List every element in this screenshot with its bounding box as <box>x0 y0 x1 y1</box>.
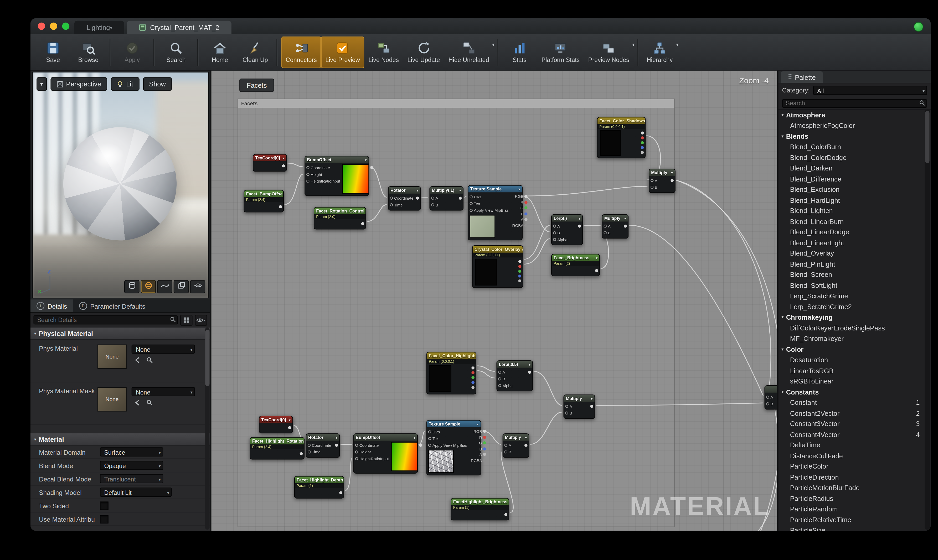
tab-parameter-defaults[interactable]: P Parameter Defaults <box>73 300 151 312</box>
output-pin[interactable] <box>471 376 474 379</box>
blend-mode-combo[interactable]: Opaque▾ <box>100 461 163 470</box>
palette-item-blend-linearburn[interactable]: Blend_LinearBurn <box>778 216 924 227</box>
output-pin[interactable] <box>641 131 644 134</box>
lit-button[interactable]: Lit <box>111 77 139 91</box>
palette-item-distancecullfade[interactable]: DistanceCullFade <box>778 451 924 461</box>
palette-item-desaturation[interactable]: Desaturation <box>778 355 924 365</box>
input-pin[interactable] <box>307 166 310 169</box>
input-pin[interactable] <box>470 202 473 205</box>
palette-item-atmosphericfogcolor[interactable]: AtmosphericFogColor <box>778 120 924 131</box>
output-pin[interactable] <box>518 265 522 268</box>
use-selected-asset-icon[interactable] <box>133 399 141 406</box>
input-pin[interactable] <box>553 238 556 241</box>
phys-material-combo[interactable]: None▾ <box>132 345 195 354</box>
palette-item-blend-lineardodge[interactable]: Blend_LinearDodge <box>778 227 924 237</box>
output-pin[interactable] <box>641 141 644 144</box>
node-lerp-0-5[interactable]: Lerp(,0.5)▾ABAlpha <box>496 360 533 391</box>
dropdown-caret-icon[interactable]: ▾ <box>676 42 678 47</box>
node-facet-bumpoffset[interactable]: Facet_BumpOffset▾Param (2.4) <box>243 190 284 212</box>
source-control-status-icon[interactable] <box>913 22 923 32</box>
output-pin[interactable] <box>459 197 462 200</box>
input-pin[interactable] <box>431 203 434 206</box>
output-pin[interactable] <box>483 447 486 451</box>
tab-crystal-parent-mat-2[interactable]: Crystal_Parent_MAT_2 <box>127 21 231 34</box>
node-rotator[interactable]: Rotator▾CoordinateTime <box>306 433 340 458</box>
palette-item-srgbtolinear[interactable]: sRGBToLinear <box>778 376 924 387</box>
toolbar-button-save[interactable]: Save <box>35 36 71 68</box>
use-material-attributes-checkbox[interactable] <box>100 515 108 523</box>
input-pin[interactable] <box>390 197 393 200</box>
output-pin[interactable] <box>339 491 342 494</box>
details-search-input[interactable] <box>34 315 178 325</box>
input-pin[interactable] <box>604 225 607 228</box>
node-facet-color-highlights[interactable]: Facet_Color_Highlights▾Param (0,0,0,1) <box>427 352 476 394</box>
node-rotator[interactable]: Rotator▾CoordinateTime <box>388 186 421 211</box>
node-multiply[interactable]: Multiply▾AB <box>503 433 530 458</box>
input-pin[interactable] <box>307 180 310 183</box>
output-pin[interactable] <box>670 179 674 182</box>
graph-canvas[interactable]: Facets Zoom -4 Facets TexCoord[0]▾BumpOf… <box>211 71 777 531</box>
shading-model-combo[interactable]: Default Lit▾ <box>100 488 172 497</box>
output-pin[interactable] <box>578 225 581 228</box>
viewport-3d-preview[interactable]: ▾ Perspective Lit Show <box>32 72 209 298</box>
palette-item-lineartosrgb[interactable]: LinearTosRGB <box>778 365 924 376</box>
toolbar-button-search[interactable]: Search <box>159 36 194 68</box>
palette-item-constant2vector[interactable]: Constant2Vector2 <box>778 408 924 419</box>
phys-material-mask-thumbnail[interactable]: None <box>97 387 127 412</box>
palette-section-atmosphere[interactable]: ▾Atmosphere <box>778 109 924 120</box>
input-pin[interactable] <box>470 195 473 198</box>
palette-item-diffcolorkeyererodesinglepass[interactable]: DiffColorKeyerErodeSinglePass <box>778 323 924 333</box>
tab-lighting[interactable]: Lighting• <box>74 21 125 34</box>
node-texcoord-0[interactable]: TexCoord[0]▾ <box>253 154 287 172</box>
output-pin[interactable] <box>525 206 528 209</box>
input-pin[interactable] <box>498 371 501 374</box>
input-pin[interactable] <box>504 451 507 454</box>
output-pin[interactable] <box>641 136 644 139</box>
palette-item-blend-softlight[interactable]: Blend_SoftLight <box>778 280 924 291</box>
graph-breadcrumb[interactable]: Facets <box>239 78 274 92</box>
palette-section-constants[interactable]: ▾Constants <box>778 387 924 397</box>
zoom-window-button[interactable] <box>62 23 69 30</box>
palette-item-blend-exclusion[interactable]: Blend_Exclusion <box>778 184 924 195</box>
input-pin[interactable] <box>390 203 393 206</box>
node-facet-brightness[interactable]: Facet_Brightness▾Param (2) <box>551 254 600 276</box>
palette-item-deltatime[interactable]: DeltaTime <box>778 440 924 451</box>
output-pin[interactable] <box>518 274 522 277</box>
node-multiply[interactable]: Multiply▾AB <box>602 214 628 239</box>
output-pin[interactable] <box>335 444 338 447</box>
output-pin[interactable] <box>288 426 291 429</box>
preview-shape-sphere-button[interactable] <box>141 280 156 293</box>
output-pin[interactable] <box>525 224 528 227</box>
show-button[interactable]: Show <box>143 77 172 91</box>
node-texture-sample[interactable]: Texture Sample▾UVsTexApply View MipBiasR… <box>468 185 522 240</box>
toolbar-button-live-nodes[interactable]: Live Nodes <box>364 36 403 68</box>
tab-details[interactable]: i Details <box>31 300 73 312</box>
output-pin[interactable] <box>518 260 522 263</box>
output-pin[interactable] <box>416 197 419 200</box>
toolbar-button-browse[interactable]: Browse <box>71 36 106 68</box>
input-pin[interactable] <box>307 173 310 176</box>
input-pin[interactable] <box>431 197 434 200</box>
toolbar-button-hide-unrelated[interactable]: ▾Hide Unrelated <box>444 36 493 68</box>
input-pin[interactable] <box>470 209 473 212</box>
toolbar-button-live-update[interactable]: Live Update <box>403 36 444 68</box>
output-pin[interactable] <box>524 444 528 447</box>
node-multiply[interactable]: Multiply▾AB <box>563 394 595 419</box>
palette-section-color[interactable]: ▾Color <box>778 344 924 355</box>
input-pin[interactable] <box>565 405 568 408</box>
input-pin[interactable] <box>766 402 769 406</box>
input-pin[interactable] <box>553 231 556 235</box>
node-multiply-1[interactable]: Multiply(,1)▾AB <box>429 186 464 211</box>
minimize-window-button[interactable] <box>50 23 57 30</box>
browse-asset-icon[interactable] <box>145 356 154 363</box>
category-combo[interactable]: All▾ <box>813 86 927 95</box>
input-pin[interactable] <box>504 444 507 447</box>
preview-shape-plane-button[interactable] <box>157 280 173 293</box>
input-pin[interactable] <box>498 377 501 381</box>
input-pin[interactable] <box>428 437 431 440</box>
node-facet-color-shadows[interactable]: Facet_Color_Shadows▾Param (0,0,0,1) <box>597 117 645 158</box>
palette-search-input[interactable] <box>782 99 927 108</box>
toolbar-button-connectors[interactable]: Connectors <box>282 36 321 68</box>
details-scrollbar-thumb[interactable] <box>205 330 209 386</box>
output-pin[interactable] <box>525 195 528 198</box>
